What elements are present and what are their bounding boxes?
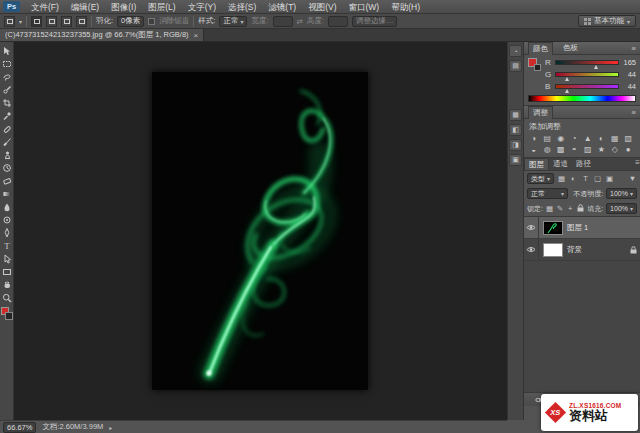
levels-icon[interactable]: ▤: [541, 133, 555, 144]
tab-close-icon[interactable]: ×: [194, 31, 199, 40]
green-channel-value[interactable]: 44: [622, 70, 636, 79]
path-selection-tool[interactable]: [1, 252, 13, 265]
dodge-tool[interactable]: [1, 213, 13, 226]
filter-type-icon[interactable]: T: [581, 174, 590, 183]
height-input[interactable]: [328, 16, 348, 27]
visibility-toggle[interactable]: [524, 239, 539, 260]
color-balance-icon[interactable]: ▦: [608, 133, 622, 144]
canvas-area[interactable]: [14, 42, 507, 420]
feather-input[interactable]: 0像素: [117, 16, 144, 27]
menu-window[interactable]: 窗口(W): [343, 0, 386, 14]
gradient-map-icon[interactable]: ◇: [608, 144, 622, 155]
eraser-tool[interactable]: [1, 174, 13, 187]
panel-menu-icon[interactable]: ≡: [632, 108, 636, 117]
paragraph-panel-icon[interactable]: ▣: [509, 154, 522, 166]
filter-kind-select[interactable]: 类型▾: [527, 173, 554, 184]
gradient-tool[interactable]: [1, 187, 13, 200]
menu-filter[interactable]: 滤镜(T): [262, 0, 302, 14]
menu-image[interactable]: 图像(I): [105, 0, 142, 14]
crop-tool[interactable]: [1, 96, 13, 109]
hue-saturation-icon[interactable]: ◐: [595, 133, 609, 144]
menu-file[interactable]: 文件(F): [25, 0, 65, 14]
subtract-selection-mode-icon[interactable]: [61, 16, 72, 27]
menu-edit[interactable]: 编辑(E): [65, 0, 105, 14]
filter-pixel-icon[interactable]: ▦: [557, 174, 566, 183]
tab-channels[interactable]: 通道: [549, 158, 572, 170]
panel-menu-icon[interactable]: ≡: [632, 44, 636, 53]
filter-shape-icon[interactable]: ▢: [593, 174, 602, 183]
opacity-select[interactable]: 100%▾: [606, 188, 637, 199]
posterize-icon[interactable]: ▨: [581, 144, 595, 155]
menu-layer[interactable]: 图层(L): [142, 0, 181, 14]
threshold-icon[interactable]: ★: [595, 144, 609, 155]
filter-adjustment-icon[interactable]: ◐: [569, 174, 578, 183]
shape-tool[interactable]: [1, 265, 13, 278]
width-input[interactable]: [273, 16, 293, 27]
channel-mixer-icon[interactable]: ◍: [541, 144, 555, 155]
intersect-selection-mode-icon[interactable]: [76, 16, 87, 27]
properties-panel-icon[interactable]: ▤: [509, 60, 522, 72]
refine-edge-button[interactable]: 调整边缘…: [352, 16, 398, 27]
type-tool[interactable]: T: [1, 239, 13, 252]
antialias-checkbox[interactable]: [148, 18, 155, 25]
filter-smart-object-icon[interactable]: ▣: [605, 174, 614, 183]
clone-stamp-tool[interactable]: [1, 148, 13, 161]
menu-type[interactable]: 文字(Y): [182, 0, 222, 14]
eyedropper-tool[interactable]: [1, 109, 13, 122]
brush-tool[interactable]: [1, 135, 13, 148]
workspace-switcher-button[interactable]: 基本功能 ▾: [578, 15, 636, 27]
zoom-tool[interactable]: [1, 291, 13, 304]
green-channel-slider[interactable]: [555, 72, 619, 77]
fill-select[interactable]: 100%▾: [606, 203, 637, 214]
history-panel-icon[interactable]: ◔: [509, 45, 522, 57]
hand-tool[interactable]: [1, 278, 13, 291]
brightness-contrast-icon[interactable]: ◑: [527, 133, 541, 144]
background-color-swatch[interactable]: [5, 312, 13, 320]
document-tab[interactable]: (C)473731524213237355.jpg @ 66.7%(图层 1, …: [0, 29, 204, 41]
blur-tool[interactable]: [1, 200, 13, 213]
filter-toggle-icon[interactable]: ▼: [628, 174, 637, 183]
lock-transparent-icon[interactable]: ▦: [546, 204, 553, 213]
invert-icon[interactable]: ◓: [568, 144, 582, 155]
tab-swatches[interactable]: 色板: [559, 42, 582, 54]
layer-row-background[interactable]: 背景: [524, 239, 640, 261]
tool-preset-picker[interactable]: [4, 16, 15, 27]
info-panel-icon[interactable]: ▦: [509, 109, 522, 121]
pen-tool[interactable]: [1, 226, 13, 239]
selective-color-icon[interactable]: ●: [622, 144, 636, 155]
tab-paths[interactable]: 路径: [572, 158, 595, 170]
panel-background-swatch[interactable]: [534, 64, 541, 71]
layer-thumbnail[interactable]: [543, 243, 563, 257]
lock-paint-icon[interactable]: ✎: [556, 204, 563, 213]
new-selection-mode-icon[interactable]: [31, 16, 42, 27]
healing-brush-tool[interactable]: [1, 122, 13, 135]
quick-selection-tool[interactable]: [1, 83, 13, 96]
tab-layers[interactable]: 图层: [524, 158, 549, 170]
menu-view[interactable]: 视图(V): [302, 0, 342, 14]
red-channel-value[interactable]: 165: [622, 58, 636, 67]
panel-menu-icon[interactable]: ≡: [635, 158, 640, 170]
menu-select[interactable]: 选择(S): [222, 0, 262, 14]
vibrance-icon[interactable]: ▲: [581, 133, 595, 144]
tab-color[interactable]: 颜色: [528, 42, 553, 55]
lock-all-icon[interactable]: [577, 204, 584, 214]
swap-dimensions-icon[interactable]: ⇄: [297, 17, 303, 26]
photo-filter-icon[interactable]: ◒: [527, 144, 541, 155]
visibility-toggle[interactable]: [524, 217, 539, 238]
red-channel-slider[interactable]: [555, 60, 619, 65]
character-panel-icon[interactable]: ◨: [509, 139, 522, 151]
layer-thumbnail[interactable]: [543, 221, 563, 235]
black-white-icon[interactable]: ▧: [622, 133, 636, 144]
marquee-tool[interactable]: [1, 57, 13, 70]
history-brush-tool[interactable]: [1, 161, 13, 174]
lasso-tool[interactable]: [1, 70, 13, 83]
add-selection-mode-icon[interactable]: [46, 16, 57, 27]
blue-channel-slider[interactable]: [555, 84, 619, 89]
color-spectrum-ramp[interactable]: [528, 95, 636, 102]
color-lookup-icon[interactable]: ▩: [554, 144, 568, 155]
layer-row-smoke[interactable]: 图层 1: [524, 217, 640, 239]
status-popup-arrow-icon[interactable]: ▸: [109, 424, 112, 431]
blue-channel-value[interactable]: 44: [622, 82, 636, 91]
curves-icon[interactable]: ◉: [554, 133, 568, 144]
menu-help[interactable]: 帮助(H): [385, 0, 426, 14]
